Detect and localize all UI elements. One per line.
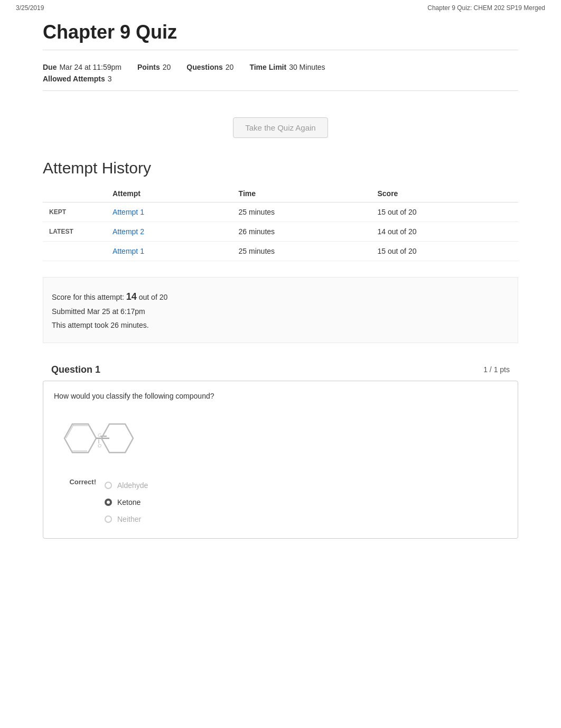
quiz-meta-row-2: Allowed Attempts 3 xyxy=(43,75,518,83)
row-time-2: 26 minutes xyxy=(232,222,371,242)
time-limit-meta: Time Limit 30 Minutes xyxy=(249,63,325,71)
allowed-attempts-label: Allowed Attempts xyxy=(43,75,105,83)
top-bar: 3/25/2019 Chapter 9 Quiz: CHEM 202 SP19 … xyxy=(0,0,561,16)
table-row: KEPT Attempt 1 25 minutes 15 out of 20 xyxy=(43,202,518,222)
answers-col: Aldehyde Ketone Neither xyxy=(105,477,509,528)
question-1-box: How would you classify the following com… xyxy=(43,381,518,539)
row-label-empty xyxy=(43,242,106,261)
choice-ketone-label: Ketone xyxy=(117,498,141,506)
answer-choices-row: Correct! Aldehyde Ketone Nei xyxy=(43,477,518,538)
compound-svg: C ‖ O xyxy=(54,413,170,466)
attempt-history-title: Attempt History xyxy=(43,159,518,177)
table-row: Attempt 1 25 minutes 15 out of 20 xyxy=(43,242,518,261)
col-score: Score xyxy=(371,185,519,202)
allowed-attempts-meta: Allowed Attempts 3 xyxy=(43,75,112,83)
quiz-meta-row-1: Due Mar 24 at 11:59pm Points 20 Question… xyxy=(43,63,518,71)
score-prefix: Score for this attempt: xyxy=(52,293,126,301)
due-label: Due xyxy=(43,63,57,71)
page-title: Chapter 9 Quiz xyxy=(43,21,518,50)
due-value: Mar 24 at 11:59pm xyxy=(59,63,121,71)
choice-neither[interactable]: Neither xyxy=(105,511,509,528)
quiz-meta: Due Mar 24 at 11:59pm Points 20 Question… xyxy=(43,56,518,91)
row-time-1: 25 minutes xyxy=(232,202,371,222)
attempt-table-body: KEPT Attempt 1 25 minutes 15 out of 20 L… xyxy=(43,202,518,261)
radio-neither xyxy=(105,515,112,523)
compound-image: C ‖ O xyxy=(43,406,518,477)
points-label: Points xyxy=(137,63,160,71)
radio-aldehyde xyxy=(105,482,112,489)
question-1-header: Question 1 1 / 1 pts xyxy=(43,359,518,381)
row-time-1b: 25 minutes xyxy=(232,242,371,261)
take-quiz-again-button[interactable]: Take the Quiz Again xyxy=(233,117,328,138)
question-1-pts: 1 / 1 pts xyxy=(483,365,510,374)
duration-line: This attempt took 26 minutes. xyxy=(52,319,509,332)
correct-label: Correct! xyxy=(52,477,105,486)
score-summary: Score for this attempt: 14 out of 20 Sub… xyxy=(43,277,518,343)
question-1-title: Question 1 xyxy=(51,364,100,375)
svg-text:O: O xyxy=(98,443,101,448)
choice-ketone[interactable]: Ketone xyxy=(105,494,509,511)
page-content: Chapter 9 Quiz Due Mar 24 at 11:59pm Poi… xyxy=(27,16,534,576)
attempt-history-table: Attempt Time Score KEPT Attempt 1 25 min… xyxy=(43,185,518,261)
row-label-latest: LATEST xyxy=(43,222,106,242)
col-label xyxy=(43,185,106,202)
questions-label: Questions xyxy=(186,63,222,71)
score-bold: 14 xyxy=(126,291,137,302)
attempt-table-header: Attempt Time Score xyxy=(43,185,518,202)
svg-marker-0 xyxy=(64,424,96,453)
take-quiz-section: Take the Quiz Again xyxy=(43,102,518,159)
due-meta: Due Mar 24 at 11:59pm xyxy=(43,63,121,71)
radio-ketone xyxy=(105,499,112,506)
row-score-1b: 15 out of 20 xyxy=(371,242,519,261)
submitted-line: Submitted Mar 25 at 6:17pm xyxy=(52,305,509,318)
question-1-text: How would you classify the following com… xyxy=(43,381,518,406)
questions-value: 20 xyxy=(226,63,234,71)
choice-aldehyde[interactable]: Aldehyde xyxy=(105,477,509,494)
points-meta: Points 20 xyxy=(137,63,171,71)
row-attempt-1b-link[interactable]: Attempt 1 xyxy=(106,242,232,261)
choice-neither-label: Neither xyxy=(117,515,141,523)
col-attempt: Attempt xyxy=(106,185,232,202)
row-label-kept: KEPT xyxy=(43,202,106,222)
points-value: 20 xyxy=(163,63,171,71)
question-1-section: Question 1 1 / 1 pts How would you class… xyxy=(43,359,518,539)
row-score-1: 15 out of 20 xyxy=(371,202,519,222)
breadcrumb: Chapter 9 Quiz: CHEM 202 SP19 Merged xyxy=(427,4,545,12)
allowed-attempts-value: 3 xyxy=(108,75,112,83)
attempt-table-header-row: Attempt Time Score xyxy=(43,185,518,202)
svg-text:C: C xyxy=(98,432,101,438)
score-suffix: out of 20 xyxy=(137,293,167,301)
svg-line-3 xyxy=(66,424,74,438)
time-limit-value: 30 Minutes xyxy=(289,63,325,71)
time-limit-label: Time Limit xyxy=(249,63,286,71)
row-attempt-2-link[interactable]: Attempt 2 xyxy=(106,222,232,242)
questions-meta: Questions 20 xyxy=(186,63,233,71)
table-row: LATEST Attempt 2 26 minutes 14 out of 20 xyxy=(43,222,518,242)
row-attempt-1-link[interactable]: Attempt 1 xyxy=(106,202,232,222)
choice-aldehyde-label: Aldehyde xyxy=(117,481,148,490)
col-time: Time xyxy=(232,185,371,202)
score-line: Score for this attempt: 14 out of 20 xyxy=(52,288,509,305)
date: 3/25/2019 xyxy=(16,4,44,12)
row-score-2: 14 out of 20 xyxy=(371,222,519,242)
